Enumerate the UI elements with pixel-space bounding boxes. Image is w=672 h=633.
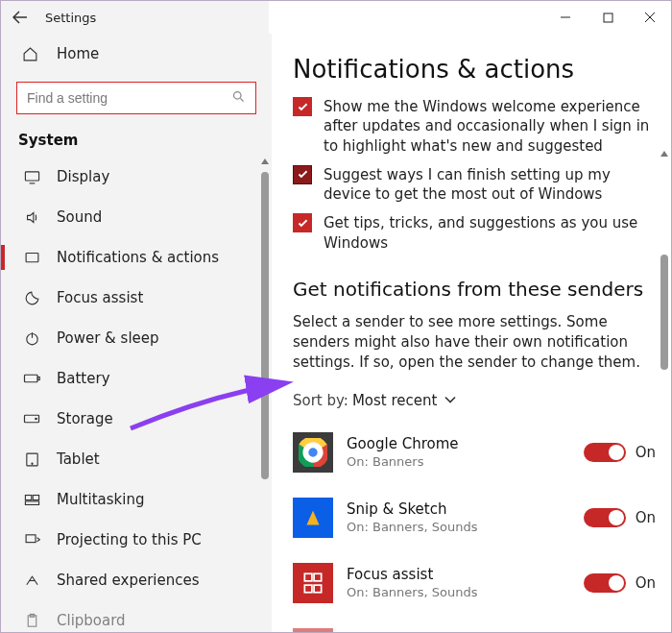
sidebar-item-clipboard[interactable]: Clipboard <box>1 600 272 632</box>
checkbox-finish-setup[interactable]: Suggest ways I can finish setting up my … <box>293 165 656 205</box>
svg-rect-14 <box>26 534 36 542</box>
sender-name: Google Chrome <box>347 435 570 452</box>
sender-row-snip-sketch[interactable]: Snip & Sketch On: Banners, Sounds On <box>293 490 656 546</box>
checkbox-tips[interactable]: Get tips, tricks, and suggestions as you… <box>293 213 656 253</box>
sidebar-item-display[interactable]: Display <box>1 157 272 197</box>
sender-row-focus-assist[interactable]: Focus assist On: Banners, Sounds On <box>293 555 656 611</box>
sidebar-item-tablet[interactable]: Tablet <box>1 439 272 479</box>
tablet-icon <box>22 451 41 468</box>
sidebar-item-focus-assist[interactable]: Focus assist <box>1 278 272 318</box>
back-button[interactable] <box>1 1 39 34</box>
sender-name: Snip & Sketch <box>347 500 570 518</box>
checkbox-welcome-experience[interactable]: Show me the Windows welcome experience a… <box>293 97 656 156</box>
sidebar-item-label: Power & sleep <box>57 329 159 347</box>
svg-point-8 <box>36 418 37 420</box>
main-panel: Notifications & actions Show me the Wind… <box>272 34 671 632</box>
svg-rect-26 <box>304 585 312 593</box>
sidebar-home[interactable]: Home <box>1 34 272 74</box>
sender-sub: On: Banners, Sounds <box>347 520 570 534</box>
svg-rect-27 <box>314 585 322 593</box>
messages-app-icon <box>293 628 333 632</box>
scrollbar-thumb[interactable] <box>261 172 269 479</box>
senders-description: Select a sender to see more settings. So… <box>293 312 656 373</box>
checkbox-label: Suggest ways I can finish setting up my … <box>324 165 656 205</box>
sidebar-item-label: Tablet <box>57 450 100 468</box>
sidebar-item-label: Notifications & actions <box>57 249 219 266</box>
sidebar-item-multitasking[interactable]: Multitasking <box>1 479 272 520</box>
projecting-icon <box>22 532 41 548</box>
sidebar-home-label: Home <box>57 45 99 62</box>
sidebar-item-shared-exp[interactable]: Shared experiences <box>1 560 272 600</box>
svg-point-1 <box>234 91 242 99</box>
main-scrollbar[interactable] <box>660 149 669 572</box>
multitasking-icon <box>22 492 41 508</box>
sender-name: Focus assist <box>347 566 570 583</box>
chevron-down-icon <box>444 396 456 404</box>
minimize-button[interactable] <box>544 1 587 34</box>
checkbox-icon[interactable] <box>293 97 312 116</box>
close-button[interactable] <box>629 1 671 34</box>
home-icon <box>22 46 41 62</box>
settings-window: Settings Home Sys <box>0 0 672 633</box>
toggle-switch[interactable] <box>584 443 626 462</box>
shared-exp-icon <box>22 572 41 589</box>
sidebar-item-label: Multitasking <box>57 491 144 508</box>
chrome-icon <box>293 432 333 473</box>
sort-by-dropdown[interactable]: Sort by: Most recent <box>293 392 656 409</box>
sidebar-item-label: Battery <box>57 370 110 387</box>
toggle-switch[interactable] <box>584 573 626 593</box>
page-title: Notifications & actions <box>293 55 656 84</box>
sidebar-nav: Display Sound Notifications & actions Fo… <box>1 157 272 632</box>
focus-assist-app-icon <box>293 563 333 603</box>
sender-sub: On: Banners <box>347 454 570 469</box>
sidebar-item-projecting[interactable]: Projecting to this PC <box>1 520 272 560</box>
sidebar-item-power-sleep[interactable]: Power & sleep <box>1 318 272 358</box>
search-field[interactable] <box>27 90 231 106</box>
senders-heading: Get notifications from these senders <box>293 278 656 301</box>
checkbox-icon[interactable] <box>293 165 312 184</box>
checkbox-label: Get tips, tricks, and suggestions as you… <box>324 213 656 253</box>
clipboard-icon <box>22 613 41 629</box>
search-icon <box>231 89 246 108</box>
scroll-up-icon[interactable] <box>660 149 669 158</box>
svg-rect-6 <box>38 377 40 380</box>
svg-rect-0 <box>604 13 612 22</box>
checkbox-label: Show me the Windows welcome experience a… <box>324 97 656 156</box>
toggle-label: On <box>636 574 656 592</box>
focus-assist-icon <box>22 290 41 306</box>
svg-rect-5 <box>25 375 38 382</box>
sidebar-item-battery[interactable]: Battery <box>1 358 272 399</box>
sidebar-item-label: Display <box>57 168 109 185</box>
sidebar-item-label: Sound <box>57 208 102 226</box>
sidebar-item-label: Projecting to this PC <box>57 531 202 548</box>
toggle-switch[interactable] <box>584 508 626 527</box>
sidebar-scrollbar[interactable] <box>260 157 270 632</box>
sidebar-item-label: Clipboard <box>57 612 126 629</box>
notifications-icon <box>22 250 41 266</box>
power-icon <box>22 330 41 347</box>
svg-rect-2 <box>25 171 38 180</box>
svg-rect-13 <box>25 500 38 504</box>
sender-row-messages[interactable]: Messages (via Your Phone) <box>293 621 656 632</box>
checkbox-icon[interactable] <box>293 213 312 232</box>
sort-by-label: Sort by: <box>293 392 348 409</box>
toggle-label: On <box>636 509 656 526</box>
sender-sub: On: Banners, Sounds <box>347 585 570 599</box>
display-icon <box>22 169 41 185</box>
storage-icon <box>22 412 41 426</box>
sidebar-item-sound[interactable]: Sound <box>1 197 272 237</box>
scroll-up-icon[interactable] <box>260 157 270 166</box>
sidebar-item-label: Storage <box>57 410 113 427</box>
toggle-label: On <box>636 444 656 461</box>
sidebar-item-storage[interactable]: Storage <box>1 399 272 439</box>
scrollbar-thumb[interactable] <box>660 255 668 370</box>
snip-sketch-icon <box>293 498 333 538</box>
search-input[interactable] <box>16 82 256 114</box>
svg-rect-3 <box>26 253 38 261</box>
maximize-button[interactable] <box>587 1 629 34</box>
svg-point-10 <box>31 463 32 464</box>
titlebar: Settings <box>1 1 671 34</box>
sidebar-item-notifications[interactable]: Notifications & actions <box>1 237 272 278</box>
sender-row-google-chrome[interactable]: Google Chrome On: Banners On <box>293 425 656 480</box>
window-controls <box>544 1 671 34</box>
